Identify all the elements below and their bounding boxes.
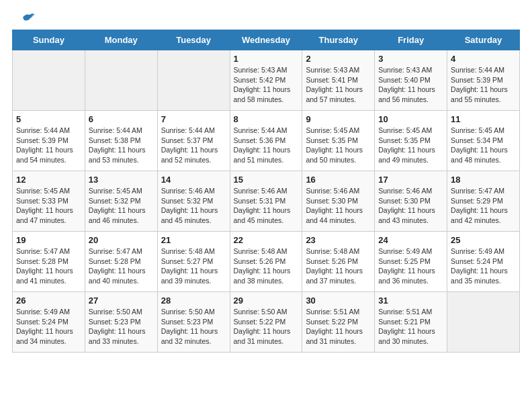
day-number: 24 <box>378 235 443 245</box>
day-number: 25 <box>451 235 516 245</box>
day-number: 28 <box>161 295 226 306</box>
day-cell-22: 22Sunrise: 5:48 AM Sunset: 5:26 PM Dayli… <box>230 232 302 292</box>
day-info: Sunrise: 5:46 AM Sunset: 5:32 PM Dayligh… <box>161 187 218 224</box>
day-number: 8 <box>234 114 299 124</box>
day-cell-7: 7Sunrise: 5:44 AM Sunset: 5:37 PM Daylig… <box>157 111 230 171</box>
week-row-1: 1Sunrise: 5:43 AM Sunset: 5:42 PM Daylig… <box>13 50 520 111</box>
day-cell-4: 4Sunrise: 5:44 AM Sunset: 5:39 PM Daylig… <box>447 50 520 111</box>
day-info: Sunrise: 5:49 AM Sunset: 5:24 PM Dayligh… <box>451 247 508 285</box>
day-number: 14 <box>161 175 226 185</box>
day-info: Sunrise: 5:47 AM Sunset: 5:29 PM Dayligh… <box>451 187 508 224</box>
day-cell-23: 23Sunrise: 5:48 AM Sunset: 5:26 PM Dayli… <box>302 232 375 292</box>
day-header-tuesday: Tuesday <box>157 30 230 50</box>
day-number: 19 <box>16 235 81 245</box>
day-number: 2 <box>306 54 371 64</box>
day-cell-29: 29Sunrise: 5:50 AM Sunset: 5:22 PM Dayli… <box>230 292 302 353</box>
day-cell-2: 2Sunrise: 5:43 AM Sunset: 5:41 PM Daylig… <box>302 50 375 111</box>
day-number: 6 <box>89 114 154 124</box>
day-info: Sunrise: 5:48 AM Sunset: 5:27 PM Dayligh… <box>161 247 218 285</box>
logo <box>20 12 35 26</box>
day-cell-24: 24Sunrise: 5:49 AM Sunset: 5:25 PM Dayli… <box>375 232 447 292</box>
day-number: 11 <box>451 114 516 124</box>
day-number: 21 <box>161 235 226 245</box>
day-info: Sunrise: 5:43 AM Sunset: 5:41 PM Dayligh… <box>306 66 363 103</box>
day-info: Sunrise: 5:43 AM Sunset: 5:42 PM Dayligh… <box>234 66 291 103</box>
day-info: Sunrise: 5:49 AM Sunset: 5:25 PM Dayligh… <box>378 247 435 285</box>
day-info: Sunrise: 5:51 AM Sunset: 5:22 PM Dayligh… <box>306 308 363 345</box>
day-cell-6: 6Sunrise: 5:44 AM Sunset: 5:38 PM Daylig… <box>85 111 157 171</box>
day-number: 17 <box>378 175 443 185</box>
day-info: Sunrise: 5:45 AM Sunset: 5:34 PM Dayligh… <box>451 126 508 164</box>
day-number: 18 <box>451 175 516 185</box>
day-info: Sunrise: 5:43 AM Sunset: 5:40 PM Dayligh… <box>378 66 435 103</box>
day-cell-16: 16Sunrise: 5:46 AM Sunset: 5:30 PM Dayli… <box>302 171 375 232</box>
day-cell-31: 31Sunrise: 5:51 AM Sunset: 5:21 PM Dayli… <box>375 292 447 353</box>
day-info: Sunrise: 5:44 AM Sunset: 5:37 PM Dayligh… <box>161 126 218 164</box>
day-number: 31 <box>378 295 443 306</box>
day-cell-1: 1Sunrise: 5:43 AM Sunset: 5:42 PM Daylig… <box>230 50 302 111</box>
day-info: Sunrise: 5:51 AM Sunset: 5:21 PM Dayligh… <box>378 308 435 345</box>
page-header <box>0 0 532 30</box>
day-cell-13: 13Sunrise: 5:45 AM Sunset: 5:32 PM Dayli… <box>85 171 157 232</box>
day-info: Sunrise: 5:48 AM Sunset: 5:26 PM Dayligh… <box>306 247 363 285</box>
day-cell-3: 3Sunrise: 5:43 AM Sunset: 5:40 PM Daylig… <box>375 50 447 111</box>
day-headers-row: SundayMondayTuesdayWednesdayThursdayFrid… <box>13 30 520 50</box>
day-info: Sunrise: 5:45 AM Sunset: 5:32 PM Dayligh… <box>89 187 146 224</box>
day-number: 9 <box>306 114 371 124</box>
day-info: Sunrise: 5:50 AM Sunset: 5:23 PM Dayligh… <box>161 308 218 345</box>
day-header-thursday: Thursday <box>302 30 375 50</box>
day-info: Sunrise: 5:46 AM Sunset: 5:31 PM Dayligh… <box>234 187 291 224</box>
day-number: 20 <box>89 235 154 245</box>
day-info: Sunrise: 5:44 AM Sunset: 5:36 PM Dayligh… <box>234 126 291 164</box>
day-cell-28: 28Sunrise: 5:50 AM Sunset: 5:23 PM Dayli… <box>157 292 230 353</box>
empty-cell <box>157 50 230 111</box>
day-number: 5 <box>16 114 81 124</box>
day-number: 7 <box>161 114 226 124</box>
day-info: Sunrise: 5:44 AM Sunset: 5:39 PM Dayligh… <box>451 66 508 103</box>
day-number: 1 <box>234 54 299 64</box>
day-cell-5: 5Sunrise: 5:44 AM Sunset: 5:39 PM Daylig… <box>13 111 85 171</box>
day-number: 22 <box>234 235 299 245</box>
day-number: 26 <box>16 295 81 306</box>
week-row-5: 26Sunrise: 5:49 AM Sunset: 5:24 PM Dayli… <box>13 292 520 353</box>
day-header-monday: Monday <box>85 30 157 50</box>
week-row-3: 12Sunrise: 5:45 AM Sunset: 5:33 PM Dayli… <box>13 171 520 232</box>
day-info: Sunrise: 5:46 AM Sunset: 5:30 PM Dayligh… <box>306 187 363 224</box>
day-cell-18: 18Sunrise: 5:47 AM Sunset: 5:29 PM Dayli… <box>447 171 520 232</box>
empty-cell <box>13 50 85 111</box>
calendar: SundayMondayTuesdayWednesdayThursdayFrid… <box>0 30 532 365</box>
day-number: 27 <box>89 295 154 306</box>
day-number: 3 <box>378 54 443 64</box>
day-number: 13 <box>89 175 154 185</box>
empty-cell <box>447 292 520 353</box>
day-info: Sunrise: 5:50 AM Sunset: 5:22 PM Dayligh… <box>234 308 291 345</box>
day-info: Sunrise: 5:45 AM Sunset: 5:35 PM Dayligh… <box>378 126 435 164</box>
day-number: 16 <box>306 175 371 185</box>
day-info: Sunrise: 5:44 AM Sunset: 5:39 PM Dayligh… <box>16 126 73 164</box>
day-header-friday: Friday <box>375 30 447 50</box>
day-header-sunday: Sunday <box>13 30 85 50</box>
day-cell-20: 20Sunrise: 5:47 AM Sunset: 5:28 PM Dayli… <box>85 232 157 292</box>
day-number: 29 <box>234 295 299 306</box>
day-info: Sunrise: 5:49 AM Sunset: 5:24 PM Dayligh… <box>16 308 73 345</box>
logo-bird-icon <box>21 12 35 23</box>
day-info: Sunrise: 5:46 AM Sunset: 5:30 PM Dayligh… <box>378 187 435 224</box>
day-cell-9: 9Sunrise: 5:45 AM Sunset: 5:35 PM Daylig… <box>302 111 375 171</box>
day-number: 30 <box>306 295 371 306</box>
week-row-2: 5Sunrise: 5:44 AM Sunset: 5:39 PM Daylig… <box>13 111 520 171</box>
day-cell-11: 11Sunrise: 5:45 AM Sunset: 5:34 PM Dayli… <box>447 111 520 171</box>
day-cell-17: 17Sunrise: 5:46 AM Sunset: 5:30 PM Dayli… <box>375 171 447 232</box>
day-number: 12 <box>16 175 81 185</box>
week-row-4: 19Sunrise: 5:47 AM Sunset: 5:28 PM Dayli… <box>13 232 520 292</box>
day-cell-25: 25Sunrise: 5:49 AM Sunset: 5:24 PM Dayli… <box>447 232 520 292</box>
day-number: 10 <box>378 114 443 124</box>
day-cell-27: 27Sunrise: 5:50 AM Sunset: 5:23 PM Dayli… <box>85 292 157 353</box>
day-cell-26: 26Sunrise: 5:49 AM Sunset: 5:24 PM Dayli… <box>13 292 85 353</box>
day-info: Sunrise: 5:45 AM Sunset: 5:35 PM Dayligh… <box>306 126 363 164</box>
day-cell-10: 10Sunrise: 5:45 AM Sunset: 5:35 PM Dayli… <box>375 111 447 171</box>
day-number: 4 <box>451 54 516 64</box>
day-header-saturday: Saturday <box>447 30 520 50</box>
day-cell-19: 19Sunrise: 5:47 AM Sunset: 5:28 PM Dayli… <box>13 232 85 292</box>
day-cell-15: 15Sunrise: 5:46 AM Sunset: 5:31 PM Dayli… <box>230 171 302 232</box>
day-info: Sunrise: 5:44 AM Sunset: 5:38 PM Dayligh… <box>89 126 146 164</box>
